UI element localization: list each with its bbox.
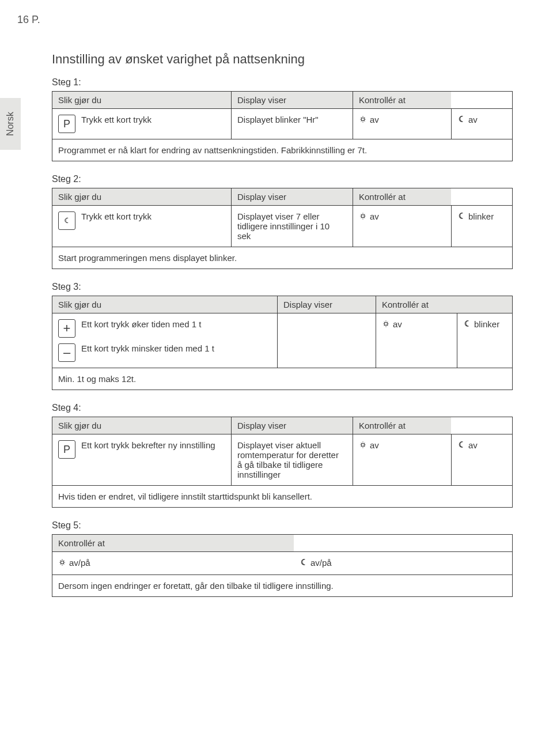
step1-block: Slik gjør du Display viser Kontrollér at… [52,91,513,161]
col-check: Kontrollér at [353,92,451,108]
step1-action: Trykk ett kort trykk [81,115,225,126]
col-action: Slik gjør du [52,92,232,108]
key-plus: + [58,319,75,338]
step3-foot: Min. 1t og maks 12t. [52,368,512,390]
step3-block: Slik gjør du Display viser Kontrollér at… [52,296,513,390]
step4-foot: Hvis tiden er endret, vil tidligere inns… [52,485,512,507]
step2-action: Trykk ett kort trykk [81,211,225,222]
step5-foot: Dersom ingen endringer er foretatt, går … [52,574,512,596]
step2-block: Slik gjør du Display viser Kontrollér at… [52,188,513,269]
key-minus: – [58,343,75,362]
moon-icon [457,211,465,222]
moon-icon [463,319,471,330]
step3-label: Steg 3: [52,282,513,292]
page-number: 16 P. [17,14,40,26]
sun-icon [382,319,390,330]
step2-label: Steg 2: [52,174,513,184]
step4-block: Slik gjør du Display viser Kontrollér at… [52,417,513,508]
step1-foot: Programmet er nå klart for endring av na… [52,139,512,161]
step2-display: Displayet viser 7 eller tidligere innsti… [237,211,341,241]
key-P: P [58,440,75,459]
step2-foot: Start programmeringen mens displayet bli… [52,247,512,269]
col-display: Display viser [232,92,353,108]
step1-label: Steg 1: [52,77,513,88]
moon-icon [300,558,308,569]
sun-icon [359,211,367,222]
step4-label: Steg 4: [52,403,513,413]
moon-icon [457,115,465,126]
step3-plus: Ett kort trykk øker tiden med 1 t [81,319,271,330]
sun-icon [359,115,367,126]
moon-state: av [468,115,478,124]
manual-page: 16 P. Norsk Innstilling av ønsket varigh… [0,0,553,644]
section-heading: Innstilling av ønsket varighet på nattse… [52,52,513,67]
step3-minus: Ett kort trykk minsker tiden med 1 t [81,343,271,354]
moon-icon [457,440,465,451]
sun-state: av [370,115,379,124]
step5-block: Kontrollér at av/på av/på Dersom ingen e… [52,534,513,597]
step5-label: Steg 5: [52,520,513,531]
key-moon [58,211,75,230]
language-tab: Norsk [0,98,21,150]
language-tab-label: Norsk [5,112,16,136]
key-P: P [58,115,75,133]
step4-action: Ett kort trykk bekrefter ny innstilling [81,440,225,451]
sun-icon [58,558,66,569]
sun-icon [359,440,367,451]
step1-display: Displayet blinker "Hr" [237,115,341,124]
step4-display: Displayet viser aktuell romtemperatur fo… [237,440,341,479]
